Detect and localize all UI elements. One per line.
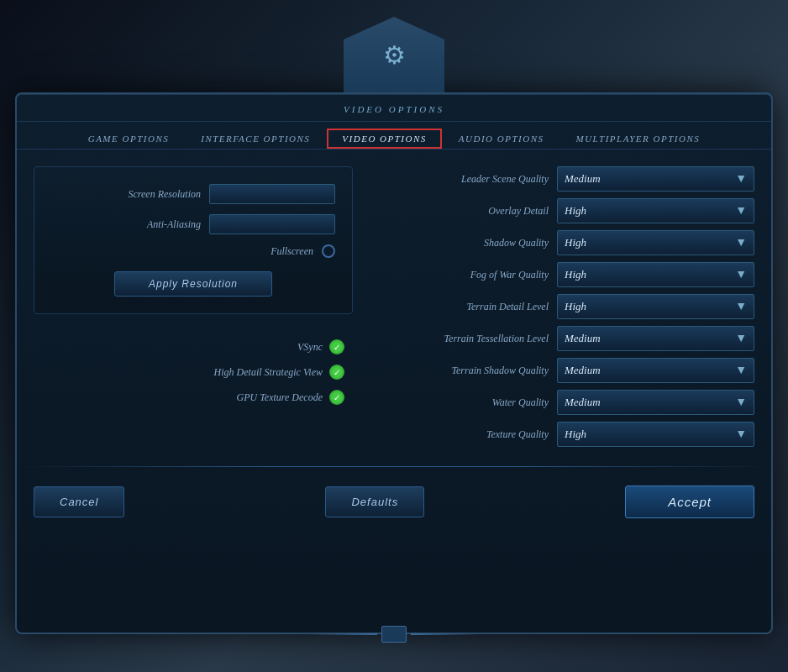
quality-label-7: Water Quality <box>378 396 549 409</box>
deco-center-piece <box>381 626 407 643</box>
content-area: Screen Resolution Anti-Aliasing Fullscre… <box>17 150 771 462</box>
quality-value-8: High <box>565 428 586 441</box>
tab-video[interactable]: VIDEO OPTIONS <box>327 129 441 149</box>
quality-arrow-2: ▼ <box>735 236 747 249</box>
quality-label-4: Terrain Detail Level <box>378 301 549 313</box>
resolution-box: Screen Resolution Anti-Aliasing Fullscre… <box>34 166 353 314</box>
bottom-bar: Cancel Defaults Accept <box>17 475 771 527</box>
bottom-decoration <box>310 626 478 643</box>
tab-navigation: GAME OPTIONS INTERFACE OPTIONS VIDEO OPT… <box>17 122 771 150</box>
tab-game[interactable]: GAME OPTIONS <box>73 129 185 149</box>
vsync-row: VSync ✓ <box>42 339 344 354</box>
quality-label-5: Terrain Tessellation Level <box>378 333 549 345</box>
emblem-icon: ⚙ <box>344 17 444 92</box>
quality-value-0: Medium <box>565 172 601 186</box>
quality-row-3: Fog of War QualityHigh▼ <box>378 262 754 287</box>
quality-label-2: Shadow Quality <box>378 237 549 249</box>
cancel-button[interactable]: Cancel <box>34 486 124 517</box>
quality-arrow-8: ▼ <box>735 428 747 441</box>
gpu-texture-check[interactable]: ✓ <box>329 390 344 405</box>
top-decoration: ⚙ <box>310 0 478 92</box>
defaults-button[interactable]: Defaults <box>325 486 424 517</box>
resolution-label: Screen Resolution <box>100 188 201 201</box>
resolution-row: Screen Resolution <box>51 184 335 204</box>
divider <box>17 466 771 467</box>
quality-row-7: Water QualityMedium▼ <box>378 390 754 415</box>
high-detail-label: High Detail Strategic View <box>214 366 323 379</box>
quality-value-4: High <box>565 300 586 313</box>
right-panel: Leader Scene QualityMedium▼Overlay Detai… <box>378 166 754 454</box>
quality-select-1[interactable]: High▼ <box>557 198 754 223</box>
fullscreen-radio[interactable] <box>322 244 335 258</box>
quality-arrow-1: ▼ <box>735 204 747 218</box>
quality-arrow-5: ▼ <box>735 332 747 345</box>
quality-row-0: Leader Scene QualityMedium▼ <box>378 166 754 192</box>
vsync-label: VSync <box>297 341 323 354</box>
quality-value-5: Medium <box>565 332 601 345</box>
tab-interface[interactable]: INTERFACE OPTIONS <box>186 129 325 149</box>
quality-select-5[interactable]: Medium▼ <box>557 326 754 351</box>
gpu-texture-row: GPU Texture Decode ✓ <box>42 390 344 405</box>
antialiasing-label: Anti-Aliasing <box>100 218 201 231</box>
quality-value-7: Medium <box>565 396 601 409</box>
quality-value-3: High <box>565 268 586 281</box>
quality-arrow-7: ▼ <box>735 396 747 409</box>
quality-row-1: Overlay DetailHigh▼ <box>378 198 754 223</box>
quality-label-6: Terrain Shadow Quality <box>378 365 549 377</box>
quality-label-8: Texture Quality <box>378 428 549 441</box>
quality-value-2: High <box>565 236 586 249</box>
quality-arrow-3: ▼ <box>735 268 747 281</box>
quality-arrow-0: ▼ <box>735 172 747 186</box>
tab-audio[interactable]: AUDIO OPTIONS <box>444 129 559 149</box>
high-detail-check[interactable]: ✓ <box>329 365 344 380</box>
quality-select-3[interactable]: High▼ <box>557 262 754 287</box>
title-bar: VIDEO OPTIONS <box>17 94 771 122</box>
quality-label-3: Fog of War Quality <box>378 269 549 281</box>
checks-section: VSync ✓ High Detail Strategic View ✓ GPU… <box>34 331 353 423</box>
apply-resolution-button[interactable]: Apply Resolution <box>114 271 272 297</box>
quality-settings-list: Leader Scene QualityMedium▼Overlay Detai… <box>378 166 754 447</box>
quality-label-0: Leader Scene Quality <box>378 173 549 186</box>
quality-value-6: Medium <box>565 364 601 377</box>
fullscreen-row: Fullscreen <box>51 244 335 258</box>
resolution-input[interactable] <box>209 184 335 204</box>
dialog: VIDEO OPTIONS GAME OPTIONS INTERFACE OPT… <box>15 92 773 634</box>
dialog-title: VIDEO OPTIONS <box>344 104 444 114</box>
high-detail-row: High Detail Strategic View ✓ <box>42 365 344 380</box>
quality-label-1: Overlay Detail <box>378 205 549 218</box>
gpu-texture-label: GPU Texture Decode <box>237 391 323 404</box>
left-panel: Screen Resolution Anti-Aliasing Fullscre… <box>34 166 353 454</box>
quality-row-2: Shadow QualityHigh▼ <box>378 230 754 255</box>
antialiasing-row: Anti-Aliasing <box>51 214 335 234</box>
quality-row-6: Terrain Shadow QualityMedium▼ <box>378 358 754 383</box>
fullscreen-label: Fullscreen <box>213 245 313 258</box>
quality-select-6[interactable]: Medium▼ <box>557 358 754 383</box>
deco-left-line <box>310 633 377 635</box>
quality-arrow-4: ▼ <box>735 300 747 313</box>
quality-arrow-6: ▼ <box>735 364 747 377</box>
accept-button[interactable]: Accept <box>625 486 754 518</box>
quality-select-2[interactable]: High▼ <box>557 230 754 255</box>
tab-multiplayer[interactable]: MULTIPLAYER OPTIONS <box>561 129 716 149</box>
quality-select-7[interactable]: Medium▼ <box>557 390 754 415</box>
quality-select-0[interactable]: Medium▼ <box>557 166 754 192</box>
deco-right-line <box>411 633 478 635</box>
quality-select-8[interactable]: High▼ <box>557 422 754 447</box>
quality-row-4: Terrain Detail LevelHigh▼ <box>378 294 754 319</box>
quality-row-8: Texture QualityHigh▼ <box>378 422 754 447</box>
quality-value-1: High <box>565 204 586 218</box>
antialiasing-input[interactable] <box>209 214 335 234</box>
quality-row-5: Terrain Tessellation LevelMedium▼ <box>378 326 754 351</box>
quality-select-4[interactable]: High▼ <box>557 294 754 319</box>
vsync-check[interactable]: ✓ <box>329 339 344 354</box>
